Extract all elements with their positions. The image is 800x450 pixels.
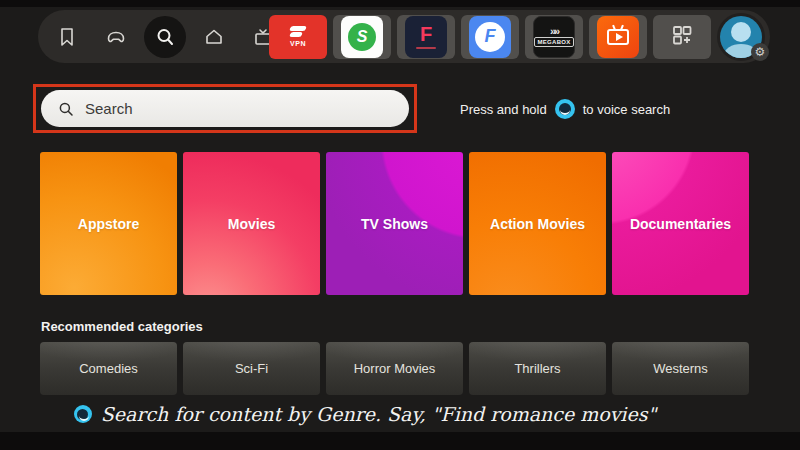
expressvpn-label: VPN	[290, 40, 306, 47]
category-label: Thrillers	[514, 361, 560, 376]
apps-grid-button[interactable]	[653, 15, 711, 59]
games-nav-button[interactable]	[95, 16, 137, 58]
voice-hint-prefix: Press and hold	[460, 102, 547, 117]
category-tiles-row: Appstore Movies TV Shows Action Movies D…	[40, 152, 749, 295]
teatv-icon	[607, 29, 629, 45]
top-navigation-bar: VPN S F F »» MEGABOX	[38, 10, 770, 63]
alexa-icon	[74, 405, 92, 423]
category-label: Horror Movies	[354, 361, 436, 376]
search-icon	[153, 25, 177, 49]
caption-text: Search for content by Genre. Say, "Find …	[101, 403, 656, 425]
app-teatv[interactable]	[589, 15, 647, 59]
recommended-categories-row: Comedies Sci-Fi Horror Movies Thrillers …	[40, 342, 749, 395]
voice-search-hint: Press and hold to voice search	[460, 98, 670, 120]
tile-label: Documentaries	[630, 216, 731, 232]
expressvpn-logo-icon	[288, 26, 308, 38]
voice-tip-caption: Search for content by Genre. Say, "Find …	[0, 401, 730, 427]
tile-label: Action Movies	[490, 216, 585, 232]
category-label: Westerns	[653, 361, 708, 376]
apps-grid-icon	[670, 23, 694, 51]
alexa-icon	[555, 99, 575, 119]
search-icon	[57, 100, 75, 118]
tile-label: TV Shows	[361, 216, 428, 232]
home-nav-button[interactable]	[193, 16, 235, 58]
megabox-clapper-icon: »»	[550, 26, 558, 36]
category-label: Sci-Fi	[235, 361, 268, 376]
megabox-label: MEGABOX	[534, 37, 573, 47]
category-horror-movies[interactable]: Horror Movies	[326, 342, 463, 395]
category-thrillers[interactable]: Thrillers	[469, 342, 606, 395]
gear-icon: ⚙	[751, 43, 769, 61]
app-expressvpn[interactable]: VPN	[269, 15, 327, 59]
filmplus-icon: F	[420, 24, 432, 44]
nav-icon-group	[38, 16, 284, 58]
search-nav-button[interactable]	[144, 16, 186, 58]
category-comedies[interactable]: Comedies	[40, 342, 177, 395]
recommended-categories-title: Recommended categories	[41, 319, 203, 334]
home-icon	[202, 25, 226, 49]
letterbox-bottom	[0, 432, 800, 450]
tile-appstore[interactable]: Appstore	[40, 152, 177, 295]
category-westerns[interactable]: Westerns	[612, 342, 749, 395]
tile-label: Appstore	[78, 216, 139, 232]
app-shortcuts-row: VPN S F F »» MEGABOX	[269, 14, 765, 59]
filmplus-subtext	[416, 47, 436, 49]
game-controller-icon	[104, 25, 128, 49]
tile-documentaries[interactable]: Documentaries	[612, 152, 749, 295]
search-placeholder: Search	[85, 100, 133, 117]
profile-button[interactable]: ⚙	[717, 13, 765, 61]
tile-label: Movies	[228, 216, 275, 232]
tile-action-movies[interactable]: Action Movies	[469, 152, 606, 295]
bookmark-icon	[55, 25, 79, 49]
app-freeflix[interactable]: F	[461, 15, 519, 59]
search-input[interactable]: Search	[41, 90, 409, 127]
app-megabox[interactable]: »» MEGABOX	[525, 15, 583, 59]
app-green-s[interactable]: S	[333, 15, 391, 59]
green-s-icon: S	[348, 23, 376, 51]
category-sci-fi[interactable]: Sci-Fi	[183, 342, 320, 395]
voice-hint-suffix: to voice search	[583, 102, 670, 117]
category-label: Comedies	[79, 361, 138, 376]
bookmark-nav-button[interactable]	[46, 16, 88, 58]
tile-tv-shows[interactable]: TV Shows	[326, 152, 463, 295]
letterbox-top	[0, 0, 800, 7]
tile-movies[interactable]: Movies	[183, 152, 320, 295]
freeflix-icon: F	[485, 26, 496, 47]
app-filmplus[interactable]: F	[397, 15, 455, 59]
